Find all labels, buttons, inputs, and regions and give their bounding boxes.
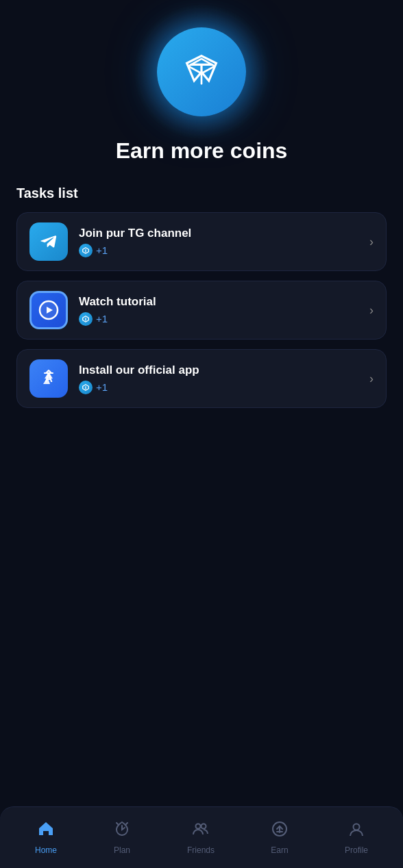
home-icon (37, 820, 55, 843)
task-info-app: Install our official app +1 (79, 363, 369, 394)
bottom-nav: Home Plan Friends (0, 806, 403, 868)
nav-label-plan: Plan (114, 845, 130, 855)
task-arrow-tutorial: › (369, 303, 374, 318)
task-arrow-app: › (369, 372, 374, 386)
logo-circle (157, 27, 246, 116)
logo-container (157, 27, 246, 116)
nav-item-profile[interactable]: Profile (334, 815, 379, 860)
task-reward-tg: +1 (79, 244, 369, 257)
reward-text-tg: +1 (96, 244, 108, 256)
nav-label-earn: Earn (271, 845, 288, 855)
reward-text-tutorial: +1 (96, 313, 108, 324)
task-arrow-tg: › (369, 235, 374, 249)
nav-item-plan[interactable]: Plan (102, 815, 142, 860)
nav-item-earn[interactable]: Earn (260, 815, 300, 860)
task-info-tutorial: Watch tutorial +1 (79, 295, 369, 326)
nav-label-home: Home (35, 845, 57, 855)
reward-badge-app (79, 381, 93, 394)
svg-point-11 (195, 824, 200, 829)
svg-point-14 (353, 824, 359, 830)
task-reward-tutorial: +1 (79, 312, 369, 326)
task-icon-app: A (29, 359, 68, 398)
tasks-section: Tasks list Join pur TG channel +1 › (16, 186, 387, 418)
reward-badge-tutorial (79, 312, 93, 326)
task-reward-app: +1 (79, 381, 369, 394)
task-name-app: Install our official app (79, 363, 369, 377)
nav-item-home[interactable]: Home (24, 815, 68, 860)
nav-item-friends[interactable]: Friends (176, 815, 225, 860)
profile-icon (347, 820, 365, 843)
tasks-label: Tasks list (16, 186, 387, 201)
plan-icon (113, 820, 131, 843)
nav-label-profile: Profile (345, 845, 368, 855)
svg-text:A: A (45, 372, 53, 384)
task-item-tutorial[interactable]: Watch tutorial +1 › (16, 281, 387, 340)
ton-icon (181, 50, 222, 94)
nav-label-friends: Friends (187, 845, 215, 855)
earn-icon (271, 820, 289, 843)
task-name-tutorial: Watch tutorial (79, 295, 369, 309)
task-info-tg: Join pur TG channel +1 (79, 227, 369, 257)
svg-point-12 (201, 824, 206, 829)
reward-badge-tg (79, 244, 93, 257)
task-icon-telegram (29, 222, 68, 261)
friends-icon (192, 820, 210, 843)
task-item-tg-channel[interactable]: Join pur TG channel +1 › (16, 212, 387, 271)
reward-text-app: +1 (96, 381, 108, 393)
task-name-tg: Join pur TG channel (79, 227, 369, 240)
task-item-app[interactable]: A Install our official app +1 › (16, 349, 387, 408)
page-title: Earn more coins (116, 138, 288, 164)
main-content: Earn more coins Tasks list Join pur TG c… (0, 0, 403, 806)
task-icon-tutorial (29, 291, 68, 329)
